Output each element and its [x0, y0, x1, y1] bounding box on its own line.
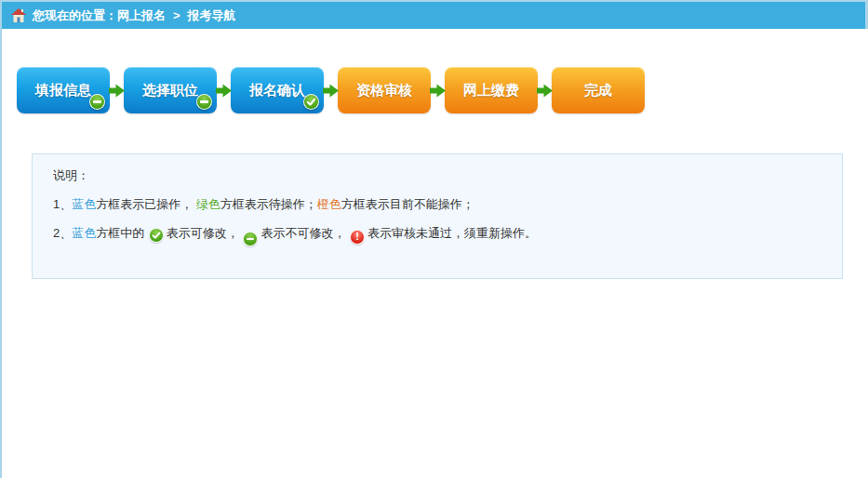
legend-line-number: 1、 — [53, 197, 72, 211]
breadcrumb-bar: 您现在的位置： 网上报名 > 报考导航 — [2, 0, 868, 29]
legend-line-number: 2、 — [53, 226, 72, 240]
legend-text: 方框中的 — [96, 226, 148, 240]
legend-title: 说明： — [53, 167, 823, 184]
exclamation-icon: ! — [350, 230, 365, 245]
check-icon — [303, 94, 319, 110]
step-label: 资格审核 — [356, 82, 412, 100]
minus-icon — [196, 94, 212, 110]
step-label: 完成 — [584, 82, 612, 100]
arrow-right-icon — [109, 83, 125, 99]
arrow-right-icon — [323, 83, 339, 99]
legend-text: 表示审核未通过，须重新操作。 — [367, 226, 537, 240]
step-label: 网上缴费 — [463, 82, 519, 100]
legend-text: 方框表示已操作， — [96, 197, 196, 211]
breadcrumb-link-online-registration[interactable]: 网上报名 — [117, 7, 166, 24]
minus-icon — [89, 94, 105, 110]
step-label: 报名确认 — [249, 82, 305, 100]
minus-icon — [243, 232, 258, 246]
legend-line-1: 1、蓝色方框表示已操作， 绿色方框表示待操作；橙色方框表示目前不能操作； — [53, 196, 823, 213]
legend-text: 方框表示待操作； — [220, 197, 317, 211]
step-qualification-review[interactable]: 资格审核 — [338, 67, 431, 113]
legend-word-blue: 蓝色 — [72, 226, 96, 240]
legend-box: 说明： 1、蓝色方框表示已操作， 绿色方框表示待操作；橙色方框表示目前不能操作；… — [32, 153, 843, 279]
legend-line-2: 2、蓝色方框中的 表示可修改， 表示不可修改， !表示审核未通过，须重新操作。 — [53, 225, 823, 246]
step-online-payment[interactable]: 网上缴费 — [445, 67, 538, 113]
arrow-right-icon — [537, 83, 553, 99]
legend-word-blue: 蓝色 — [72, 197, 96, 211]
arrow-right-icon — [216, 83, 232, 99]
legend-text: 表示可修改， — [167, 226, 243, 240]
breadcrumb-current-exam-navigation[interactable]: 报考导航 — [188, 7, 236, 24]
arrow-right-icon — [430, 83, 446, 99]
legend-text: 表示不可修改， — [260, 226, 349, 240]
step-fill-information[interactable]: 填报信息 — [17, 67, 110, 113]
step-registration-confirm[interactable]: 报名确认 — [231, 67, 324, 113]
legend-word-green: 绿色 — [196, 197, 220, 211]
breadcrumb-prefix: 您现在的位置： — [33, 7, 117, 24]
page: 您现在的位置： 网上报名 > 报考导航 填报信息 选择职位 报名确认 — [0, 0, 868, 478]
legend-text: 方框表示目前不能操作； — [341, 197, 474, 211]
step-label: 填报信息 — [35, 82, 91, 100]
breadcrumb-separator: > — [173, 8, 180, 22]
check-icon — [149, 228, 164, 243]
registration-steps-flow: 填报信息 选择职位 报名确认 资格审核 网上缴费 — [17, 67, 868, 113]
step-label: 选择职位 — [142, 82, 198, 100]
legend-word-orange: 橙色 — [317, 197, 341, 211]
step-complete[interactable]: 完成 — [552, 67, 645, 113]
home-icon — [11, 8, 26, 22]
step-select-position[interactable]: 选择职位 — [124, 67, 217, 113]
